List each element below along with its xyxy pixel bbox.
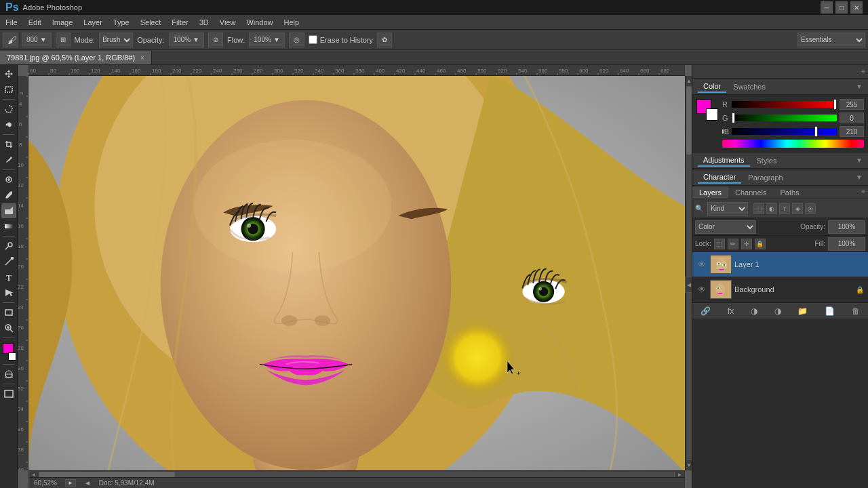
quick-mask-button[interactable]: [1, 367, 16, 382]
scrollbar-thumb-h[interactable]: [39, 472, 175, 477]
filter-shape-button[interactable]: ◈: [792, 203, 803, 214]
layers-color-select[interactable]: Color: [695, 220, 756, 234]
delete-layer-button[interactable]: 🗑: [848, 305, 864, 317]
g-slider-thumb[interactable]: [732, 113, 735, 123]
lock-pixels-button[interactable]: ✏: [728, 239, 738, 249]
layer-1-visibility[interactable]: 👁: [696, 259, 707, 270]
r-slider-track[interactable]: [732, 101, 837, 108]
close-button[interactable]: ✕: [850, 1, 863, 14]
text-tool[interactable]: T: [1, 270, 16, 285]
erase-history-input[interactable]: [309, 35, 317, 44]
add-mask-button[interactable]: ◑: [747, 305, 762, 317]
minimize-button[interactable]: ─: [821, 1, 833, 14]
scroll-down-button[interactable]: ▼: [686, 460, 692, 470]
scrollbar-horizontal[interactable]: ◄ ►: [28, 470, 685, 477]
filter-text-button[interactable]: T: [779, 203, 790, 214]
brush-settings-button[interactable]: ✿: [377, 33, 392, 47]
brush-options-button[interactable]: ⊞: [56, 33, 71, 47]
menu-filter[interactable]: Filter: [166, 15, 193, 29]
layers-tab[interactable]: Layers: [692, 186, 728, 199]
opacity-value[interactable]: 100%▼: [169, 33, 204, 47]
layer-1-row[interactable]: 👁 Layer 1: [692, 252, 868, 277]
dodge-tool[interactable]: [1, 239, 16, 253]
background-color[interactable]: [8, 352, 16, 361]
menu-window[interactable]: Window: [241, 15, 278, 29]
menu-3d[interactable]: 3D: [194, 15, 214, 29]
quick-selection-tool[interactable]: [1, 117, 16, 132]
status-arrow-button[interactable]: ►: [65, 479, 76, 487]
path-selection-tool[interactable]: [1, 285, 16, 300]
bg-swatch[interactable]: [706, 108, 718, 121]
crop-tool[interactable]: [1, 137, 16, 152]
menu-layer[interactable]: Layer: [78, 15, 108, 29]
filter-adj-button[interactable]: ◐: [766, 203, 777, 214]
fill-value-display[interactable]: 100%: [828, 237, 865, 251]
paths-tab[interactable]: Paths: [774, 186, 806, 199]
rectangle-tool[interactable]: [1, 305, 16, 320]
pressure-opacity-button[interactable]: ⊘: [208, 33, 223, 47]
flow-value[interactable]: 100%▼: [249, 33, 284, 47]
zoom-tool[interactable]: [1, 321, 16, 336]
color-panel-collapse[interactable]: ▼: [856, 83, 863, 90]
brush-preset-button[interactable]: 🖌: [3, 33, 18, 47]
r-slider-thumb[interactable]: [833, 99, 837, 110]
background-layer-row[interactable]: 👁 Background 🔒: [692, 277, 868, 302]
b-slider-track[interactable]: [732, 128, 837, 135]
scrollbar-track-v[interactable]: [686, 87, 692, 460]
erase-history-checkbox[interactable]: Erase to History: [309, 35, 373, 44]
lock-transparent-button[interactable]: ⬚: [714, 239, 725, 249]
swatches-tab[interactable]: Swatches: [728, 81, 771, 92]
color-tab[interactable]: Color: [698, 81, 726, 93]
channels-tab[interactable]: Channels: [728, 186, 773, 199]
new-group-button[interactable]: 📁: [793, 305, 812, 317]
link-layers-button[interactable]: 🔗: [696, 305, 715, 317]
maximize-button[interactable]: □: [835, 1, 848, 14]
char-panel-collapse[interactable]: ▼: [856, 174, 863, 181]
menu-select[interactable]: Select: [135, 15, 167, 29]
g-slider-track[interactable]: [732, 115, 837, 121]
menu-edit[interactable]: Edit: [23, 15, 47, 29]
scrollbar-thumb-v[interactable]: [686, 87, 692, 155]
panel-options-icon[interactable]: ≡: [861, 68, 865, 75]
layers-opacity-input[interactable]: 100%: [828, 220, 865, 234]
scroll-left-button[interactable]: ◄: [28, 472, 39, 477]
character-tab[interactable]: Character: [698, 171, 741, 184]
collapse-panel-button[interactable]: ◀: [685, 277, 692, 293]
mode-select[interactable]: Brush Pencil Block: [99, 33, 133, 47]
titlebar-controls[interactable]: ─ □ ✕: [821, 1, 863, 14]
airbrush-button[interactable]: ◎: [289, 33, 304, 47]
filter-pixel-button[interactable]: ⬚: [753, 203, 764, 214]
brush-size-button[interactable]: 800 ▼: [22, 33, 52, 47]
pen-tool[interactable]: [1, 254, 16, 269]
spot-heal-tool[interactable]: [1, 172, 16, 187]
tab-close-button[interactable]: ×: [140, 54, 144, 62]
brush-tool[interactable]: [1, 188, 16, 203]
b-slider-thumb[interactable]: [814, 126, 818, 137]
rectangle-marquee-tool[interactable]: [1, 82, 16, 97]
scrollbar-track-h[interactable]: [39, 472, 674, 477]
screen-mode-button[interactable]: [1, 386, 16, 401]
menu-help[interactable]: Help: [279, 15, 305, 29]
workspace-select[interactable]: Essentials Photography: [797, 33, 865, 47]
eraser-tool[interactable]: [1, 203, 16, 218]
adj-panel-collapse[interactable]: ▼: [856, 157, 863, 164]
scrollbar-vertical[interactable]: ▲ ▼: [685, 76, 692, 470]
layers-panel-options[interactable]: ≡: [859, 186, 868, 199]
lock-position-button[interactable]: ✛: [741, 239, 752, 249]
menu-image[interactable]: Image: [47, 15, 79, 29]
eyedropper-tool[interactable]: [1, 152, 16, 167]
r-value[interactable]: 255: [840, 99, 864, 110]
background-visibility[interactable]: 👁: [696, 284, 707, 295]
styles-tab[interactable]: Styles: [751, 155, 783, 166]
paragraph-tab[interactable]: Paragraph: [743, 172, 788, 183]
layer-style-button[interactable]: fx: [724, 305, 738, 317]
new-adjustment-button[interactable]: ◑: [770, 305, 785, 317]
adjustments-tab[interactable]: Adjustments: [698, 155, 750, 167]
b-value[interactable]: 210: [840, 126, 864, 137]
lock-all-button[interactable]: 🔒: [755, 239, 766, 249]
layers-kind-select[interactable]: Kind: [707, 202, 748, 216]
menu-type[interactable]: Type: [108, 15, 135, 29]
move-tool[interactable]: [1, 66, 16, 81]
gradient-tool[interactable]: [1, 219, 16, 234]
scroll-up-button[interactable]: ▲: [686, 76, 692, 87]
